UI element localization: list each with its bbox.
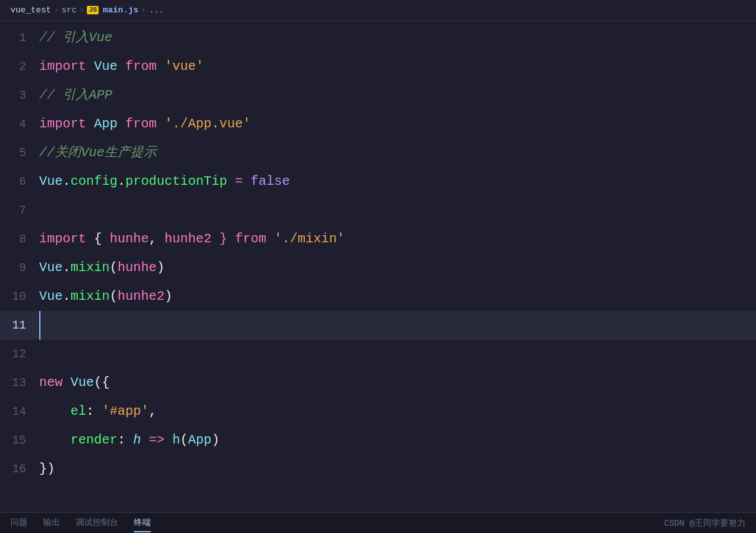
token: 'vue' [165,52,204,81]
line-number: 13 [0,368,39,397]
code-lines: 1// 引入Vue2import Vue from 'vue'3// 引入APP… [0,21,756,483]
token: hunhe [110,225,149,253]
line-content: Vue.mixin(hunhe2) [39,282,756,311]
token: Vue [39,253,63,282]
code-line[interactable]: 3// 引入APP [0,81,756,110]
code-line[interactable]: 1// 引入Vue [0,24,756,52]
token: //关闭Vue生产提示 [39,138,157,167]
token [86,110,94,138]
token: : [118,426,133,455]
token: Vue [94,52,118,81]
line-number: 10 [0,282,39,311]
code-line[interactable]: 9Vue.mixin(hunhe) [0,253,756,282]
token: './mixin' [274,225,345,253]
token: productionTip [125,167,227,196]
token: }) [39,455,55,483]
token: 引入APP [55,81,112,110]
line-number: 12 [0,340,39,368]
line-number: 4 [0,110,39,138]
token: . [118,167,125,196]
code-line[interactable]: 15 render: h => h(App) [0,426,756,455]
token: // [39,24,55,52]
token: './App.vue' [165,110,251,138]
bc-folder[interactable]: vue_test [10,5,51,15]
line-number: 7 [0,196,39,225]
token: hunhe [118,253,157,282]
token [86,52,94,81]
code-line[interactable]: 13new Vue({ [0,368,756,397]
line-content: }) [39,455,756,483]
line-number: 16 [0,455,39,483]
line-number: 6 [0,167,39,196]
token: Vue [39,167,63,196]
line-number: 3 [0,81,39,110]
token: ) [157,253,165,282]
line-content: el: '#app', [39,397,756,426]
token: . [63,253,71,282]
token: import [39,110,86,138]
token: Vue [39,282,63,311]
code-line[interactable]: 5//关闭Vue生产提示 [0,138,756,167]
code-line[interactable]: 2import Vue from 'vue' [0,52,756,81]
token: hunhe2 [118,282,165,311]
token: . [63,282,71,311]
code-line[interactable]: 8import { hunhe, hunhe2 } from './mixin' [0,225,756,253]
token: render [39,426,118,455]
line-content: Vue.config.productionTip = false [39,167,756,196]
token: '#app' [102,397,149,426]
token: : [86,397,102,426]
bc-src[interactable]: src [61,5,76,15]
breadcrumb: vue_test › src › JS main.js › ... [0,0,756,21]
token: false [251,167,290,196]
bottom-tab[interactable]: 输出 [43,514,60,532]
line-content: // 引入Vue [39,24,756,52]
line-number: 8 [0,225,39,253]
token: ({ [94,368,110,397]
line-number: 9 [0,253,39,282]
token: { [86,225,110,253]
bottom-tab[interactable]: 调试控制台 [76,514,118,532]
token: el [39,397,86,426]
token: } from [212,225,274,253]
token: . [63,167,71,196]
line-content: Vue.mixin(hunhe) [39,253,756,282]
token [63,368,71,397]
token: config [71,167,118,196]
token: ( [110,253,118,282]
bottom-tab[interactable]: 终端 [134,514,151,532]
token: import [39,52,86,81]
line-content: import Vue from 'vue' [39,52,756,81]
token: , [149,225,165,253]
code-line[interactable]: 16}) [0,455,756,483]
line-content: render: h => h(App) [39,426,756,455]
bc-sep1: › [54,5,59,15]
code-line[interactable]: 11 [0,311,756,340]
bc-mainjs[interactable]: main.js [102,5,138,15]
bc-more[interactable]: ... [149,5,164,15]
bottom-bar: 问题输出调试控制台终端 CSDN @王同学要努力 [0,512,756,533]
token: from [118,52,165,81]
code-line[interactable]: 14 el: '#app', [0,397,756,426]
token: ) [165,282,172,311]
code-line[interactable]: 7 [0,196,756,225]
code-line[interactable]: 4import App from './App.vue' [0,110,756,138]
code-line[interactable]: 12 [0,340,756,368]
token: mixin [71,253,110,282]
line-number: 1 [0,24,39,52]
code-line[interactable]: 10Vue.mixin(hunhe2) [0,282,756,311]
token: 引入Vue [55,24,112,52]
token: App [188,426,212,455]
token: new [39,368,63,397]
code-line[interactable]: 6Vue.config.productionTip = false [0,167,756,196]
token: = [227,167,251,196]
line-number: 14 [0,397,39,426]
line-number: 15 [0,426,39,455]
bc-sep3: › [141,5,146,15]
bc-js-icon: JS [87,6,99,14]
line-content: new Vue({ [39,368,756,397]
line-content: //关闭Vue生产提示 [39,138,756,167]
bottom-tab[interactable]: 问题 [10,514,27,532]
bottom-tabs: 问题输出调试控制台终端 [10,514,151,532]
line-content: import App from './App.vue' [39,110,756,138]
line-number: 11 [0,311,39,340]
